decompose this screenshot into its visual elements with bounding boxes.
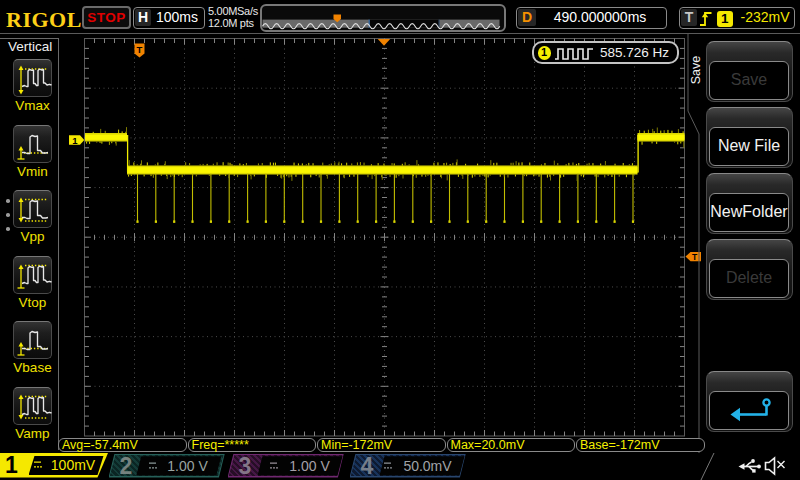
svg-text:1: 1 bbox=[72, 135, 78, 146]
svg-text:T: T bbox=[137, 44, 143, 55]
